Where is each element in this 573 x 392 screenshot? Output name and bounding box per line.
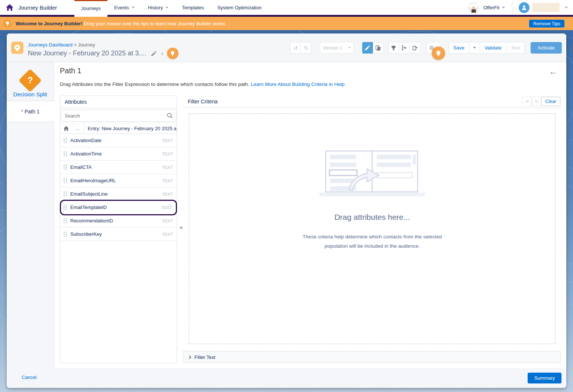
- chevron-down-icon: [348, 47, 351, 49]
- filter-criteria-panel: Filter Criteria ↺ ↻ Clear: [183, 96, 561, 363]
- breadcrumb-journeys-dashboard-link[interactable]: Journeys Dashboard: [28, 42, 73, 48]
- back-arrow-icon[interactable]: ←: [549, 67, 557, 76]
- chevron-down-icon[interactable]: [502, 7, 505, 9]
- search-input[interactable]: [61, 110, 176, 122]
- attribute-name: EmailSubjectLine: [70, 191, 162, 197]
- tab-label: History: [148, 5, 163, 10]
- tip-lightbulb-icon[interactable]: [167, 48, 178, 59]
- decision-split-modal: Journeys Dashboard > Journey New Journey…: [7, 33, 566, 388]
- assistant-menu-label[interactable]: OfferFit: [483, 5, 499, 10]
- attributes-back-button[interactable]: ←: [72, 123, 84, 134]
- undo-button[interactable]: ↺: [290, 42, 301, 54]
- drag-drop-illustration: [316, 150, 428, 199]
- cancel-button[interactable]: Cancel: [22, 375, 36, 380]
- dropzone-description: These criteria help determine which cont…: [303, 232, 442, 251]
- copy-journey-button[interactable]: [410, 42, 421, 54]
- home-icon[interactable]: [6, 4, 14, 11]
- chevron-right-icon[interactable]: ›: [161, 50, 163, 57]
- einstein-avatar[interactable]: [468, 2, 479, 13]
- journey-header: Journeys Dashboard > Journey New Journey…: [7, 33, 566, 62]
- person-icon: [521, 4, 527, 11]
- drag-handle-icon[interactable]: [64, 151, 67, 156]
- attribute-type: TEXT: [162, 165, 173, 170]
- tab-journeys[interactable]: Journeys: [74, 0, 107, 17]
- attribute-name: EmailCTA: [70, 164, 162, 170]
- attribute-row-emailsubjectline[interactable]: EmailSubjectLine TEXT: [60, 187, 177, 201]
- drag-handle-icon[interactable]: [64, 218, 67, 223]
- edit-mode-button[interactable]: [362, 42, 373, 54]
- attribute-type: TEXT: [162, 138, 173, 143]
- attribute-row-subscriberkey[interactable]: SubscriberKey TEXT: [60, 228, 177, 241]
- tab-events[interactable]: Events: [107, 0, 141, 15]
- attribute-row-activationtime[interactable]: ActivationTime TEXT: [60, 147, 177, 161]
- attributes-breadcrumb[interactable]: Entry: New Journey - February 20 2025 a: [84, 126, 177, 131]
- path-1-tab[interactable]: * Path 1: [7, 101, 54, 122]
- activity-rail: ? Decision Split * Path 1: [7, 62, 54, 368]
- attribute-row-emailheroimageurl[interactable]: EmailHeroImageURL TEXT: [60, 174, 177, 187]
- welcome-banner: Welcome to Journey Builder!Drag your mou…: [0, 17, 573, 30]
- drag-handle-icon[interactable]: [64, 165, 67, 170]
- question-mark-glyph: ?: [22, 72, 38, 89]
- tab-templates[interactable]: Templates: [175, 0, 210, 15]
- chevron-down-icon[interactable]: [565, 7, 568, 9]
- filter-dropzone[interactable]: Drag attributes here... These criteria h…: [189, 113, 556, 344]
- tab-label: System Optimization: [217, 5, 261, 10]
- save-button[interactable]: Save: [448, 42, 469, 54]
- attribute-row-activationdate[interactable]: ActivationDate TEXT: [60, 134, 177, 147]
- user-name-redacted: [532, 3, 560, 12]
- copy-flow-icon: [412, 45, 418, 51]
- clear-button[interactable]: Clear: [541, 97, 560, 106]
- tip-lightbulb-icon[interactable]: [432, 46, 445, 60]
- filter-undo-button[interactable]: ↺: [522, 97, 532, 106]
- goals-button[interactable]: [388, 42, 399, 54]
- edit-pencil-icon[interactable]: [151, 51, 157, 56]
- version-dropdown[interactable]: Version 1: [320, 42, 354, 54]
- attribute-type: TEXT: [162, 192, 173, 196]
- attribute-type: TEXT: [162, 232, 173, 237]
- drag-handle-icon[interactable]: [64, 192, 67, 196]
- drag-handle-icon[interactable]: [64, 232, 67, 237]
- user-avatar[interactable]: [519, 2, 529, 13]
- attribute-name: ActivationDate: [70, 138, 162, 143]
- collapse-panel-icon[interactable]: ◀: [179, 225, 182, 229]
- home-icon: [64, 126, 69, 131]
- attributes-breadcrumb-bar: ← Entry: New Journey - February 20 2025 …: [60, 123, 177, 134]
- redo-button[interactable]: ↻: [301, 42, 312, 54]
- help-link[interactable]: Learn More About Building Criteria in He…: [251, 81, 344, 87]
- remove-tips-button[interactable]: Remove Tips: [529, 20, 564, 28]
- chevron-down-icon: [132, 7, 135, 9]
- attribute-row-emailcta[interactable]: EmailCTA TEXT: [60, 161, 177, 174]
- chevron-right-icon: [188, 355, 191, 359]
- attribute-name: EmailHeroImageURL: [70, 178, 162, 183]
- summary-button[interactable]: Summary: [528, 373, 561, 383]
- attribute-row-recommendationid[interactable]: RecommendationID TEXT: [60, 214, 177, 228]
- drag-handle-icon[interactable]: [64, 205, 67, 210]
- dropzone-line2: population will be included in the audie…: [325, 243, 420, 249]
- banner-title: Welcome to Journey Builder!: [16, 21, 83, 26]
- tab-history[interactable]: History: [141, 0, 175, 15]
- filter-text-toggle[interactable]: Filter Text: [183, 351, 561, 363]
- breadcrumb-separator: >: [74, 42, 77, 48]
- app-title: Journey Builder: [18, 4, 57, 11]
- dropzone-line1: These criteria help determine which cont…: [303, 234, 442, 240]
- filter-redo-button[interactable]: ↻: [532, 97, 541, 106]
- pages-icon: [376, 45, 381, 51]
- test-button[interactable]: Test: [506, 42, 525, 54]
- tab-system-optimization[interactable]: System Optimization: [210, 0, 268, 15]
- activate-button[interactable]: Activate: [531, 42, 562, 54]
- read-view-button[interactable]: [373, 42, 384, 54]
- attribute-row-emailtemplateid[interactable]: EmailTemplateID TEXT: [61, 201, 176, 214]
- drag-handle-icon[interactable]: [64, 138, 67, 143]
- exit-criteria-button[interactable]: [399, 42, 410, 54]
- lightbulb-icon: [3, 19, 12, 28]
- attributes-panel-title: Attributes: [60, 96, 177, 108]
- decision-split-card[interactable]: ? Decision Split: [7, 62, 54, 101]
- attribute-list: ActivationDate TEXT ActivationTime TEXT …: [60, 134, 177, 241]
- attributes-home-button[interactable]: [60, 123, 72, 134]
- attributes-panel: Attributes ←: [60, 96, 177, 363]
- decision-split-icon: ?: [19, 69, 42, 92]
- drag-handle-icon[interactable]: [64, 178, 67, 183]
- decision-split-label: Decision Split: [7, 91, 54, 97]
- save-options-button[interactable]: [469, 42, 480, 54]
- validate-button[interactable]: Validate: [480, 42, 506, 54]
